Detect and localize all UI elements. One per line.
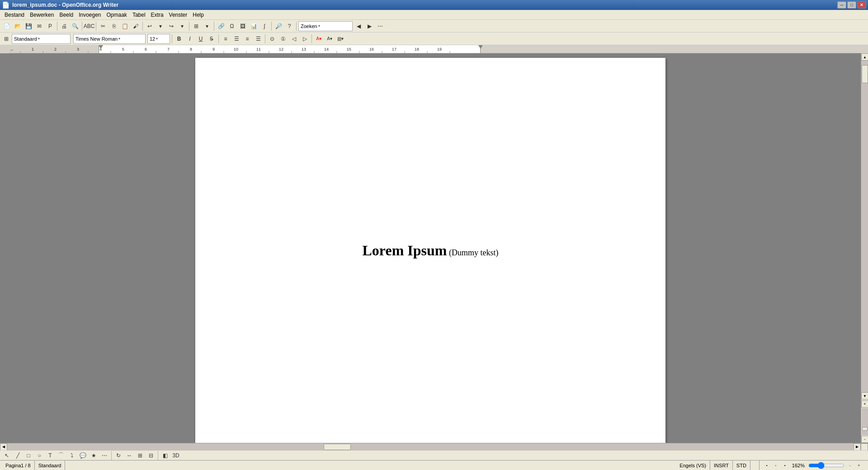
table-button[interactable]: ⊞ — [191, 21, 201, 31]
zoom-increase-button[interactable]: + — [855, 462, 863, 469]
menu-beeld[interactable]: Beeld — [57, 11, 76, 19]
view-mode-1-button[interactable]: ▪ — [763, 462, 770, 469]
insert-mode-section[interactable]: INSRT — [710, 461, 733, 470]
ellipse-tool-button[interactable]: ○ — [34, 451, 44, 461]
hscroll-thumb[interactable] — [324, 444, 351, 450]
align-left-button[interactable]: ≡ — [221, 34, 231, 44]
highlight-color-button[interactable]: A▾ — [314, 34, 324, 44]
email-button[interactable]: ✉ — [34, 21, 44, 31]
menu-invoegen[interactable]: Invoegen — [76, 11, 104, 19]
style-list-button[interactable]: ⊞ — [2, 34, 11, 44]
menu-bestand[interactable]: Bestand — [2, 11, 27, 19]
style-dropdown[interactable]: Standaard ▾ — [12, 34, 71, 44]
scroll-right-button[interactable]: ▶ — [854, 443, 861, 451]
connector-tool-button[interactable]: ⤵ — [67, 451, 77, 461]
insert-formula-button[interactable]: ∫ — [259, 21, 269, 31]
preview-button[interactable]: 🔍 — [70, 21, 80, 31]
text-tool-button[interactable]: T — [45, 451, 55, 461]
search-back-button[interactable]: ◀ — [354, 21, 363, 31]
callout-tool-button[interactable]: 💬 — [78, 451, 88, 461]
cut-button[interactable]: ✂ — [98, 21, 108, 31]
page-area[interactable]: Lorem Ipsum (Dummy tekst) — [0, 53, 861, 443]
zoom-slider[interactable] — [808, 462, 844, 469]
char-bg-button[interactable]: ▧▾ — [335, 34, 345, 44]
italic-button[interactable]: I — [185, 34, 195, 44]
number-list-button[interactable]: ① — [278, 34, 288, 44]
maximize-button[interactable]: □ — [847, 1, 856, 9]
zoom-slider-track[interactable] — [862, 408, 868, 435]
zoom-button[interactable]: 🔎 — [274, 21, 283, 31]
minimize-button[interactable]: ─ — [837, 1, 846, 9]
insert-chart-button[interactable]: 📊 — [249, 21, 259, 31]
menu-venster[interactable]: Venster — [166, 11, 190, 19]
align-right-button[interactable]: ≡ — [242, 34, 252, 44]
selection-mode-section[interactable]: STD — [733, 461, 750, 470]
hscroll-track[interactable] — [7, 443, 854, 451]
menu-opmaak[interactable]: Opmaak — [104, 11, 130, 19]
vscroll-thumb[interactable] — [862, 65, 868, 83]
undo-dropdown[interactable]: ▾ — [156, 21, 165, 31]
svg-marker-42 — [478, 45, 483, 49]
justify-button[interactable]: ☰ — [253, 34, 263, 44]
new-button[interactable]: 📄 — [2, 21, 12, 31]
redo-button[interactable]: ↪ — [166, 21, 176, 31]
indent-less-button[interactable]: ◁ — [289, 34, 299, 44]
menu-tabel[interactable]: Tabel — [130, 11, 148, 19]
bullet-list-button[interactable]: ⊙ — [267, 34, 277, 44]
3d-button[interactable]: 3D — [171, 451, 181, 461]
vscroll-track[interactable] — [861, 61, 868, 392]
menu-extra[interactable]: Extra — [148, 11, 166, 19]
ungroup-button[interactable]: ⊟ — [146, 451, 156, 461]
open-button[interactable]: 📂 — [13, 21, 23, 31]
hyperlink-button[interactable]: 🔗 — [216, 21, 226, 31]
rotate-button[interactable]: ↻ — [113, 451, 123, 461]
copy-button[interactable]: ⎘ — [109, 21, 119, 31]
scroll-up-button[interactable]: ▲ — [861, 53, 868, 61]
paste-button[interactable]: 📋 — [120, 21, 130, 31]
insert-image-button[interactable]: 🖼 — [238, 21, 248, 31]
scroll-down-button[interactable]: ▼ — [861, 392, 868, 400]
font-size-arrow: ▾ — [156, 37, 158, 41]
bold-button[interactable]: B — [174, 34, 184, 44]
help-button[interactable]: ? — [284, 21, 294, 31]
format-paint-button[interactable]: 🖌 — [131, 21, 141, 31]
line-tool-button[interactable]: ╱ — [13, 451, 23, 461]
redo-dropdown[interactable]: ▾ — [177, 21, 187, 31]
close-button[interactable]: ✕ — [857, 1, 866, 9]
curve-tool-button[interactable]: ⌒ — [56, 451, 66, 461]
more-shapes-button[interactable]: ⋯ — [99, 451, 109, 461]
print-button[interactable]: 🖨 — [59, 21, 69, 31]
pdf-button[interactable]: P — [45, 21, 55, 31]
document-page[interactable]: Lorem Ipsum (Dummy tekst) — [195, 58, 665, 443]
star-tool-button[interactable]: ★ — [89, 451, 99, 461]
zoom-decrease-button[interactable]: - — [846, 462, 854, 469]
font-size-dropdown[interactable]: 12 ▾ — [147, 34, 170, 44]
font-color-button[interactable]: A▾ — [325, 34, 335, 44]
spellcheck-button[interactable]: ABC — [84, 21, 94, 31]
flip-button[interactable]: ↔ — [124, 451, 134, 461]
zoom-slider-thumb[interactable] — [862, 427, 868, 431]
select-tool-button[interactable]: ↖ — [2, 451, 12, 461]
zoom-out-button[interactable]: - — [861, 436, 868, 443]
group-button[interactable]: ⊞ — [135, 451, 145, 461]
menu-help[interactable]: Help — [190, 11, 207, 19]
save-button[interactable]: 💾 — [24, 21, 33, 31]
strikethrough-button[interactable]: S̶ — [207, 34, 217, 44]
font-dropdown[interactable]: Times New Roman ▾ — [73, 34, 146, 44]
view-mode-2-button[interactable]: ▫ — [772, 462, 779, 469]
insert-special-button[interactable]: Ω — [227, 21, 237, 31]
table-dropdown[interactable]: ▾ — [202, 21, 212, 31]
menu-bewerken[interactable]: Bewerken — [27, 11, 57, 19]
search-options-button[interactable]: ⋯ — [375, 21, 385, 31]
search-forward-button[interactable]: ▶ — [364, 21, 374, 31]
zoom-in-button[interactable]: + — [861, 400, 868, 408]
undo-button[interactable]: ↩ — [145, 21, 155, 31]
view-mode-3-button[interactable]: ▪ — [781, 462, 788, 469]
underline-button[interactable]: U — [196, 34, 206, 44]
align-center-button[interactable]: ☰ — [231, 34, 241, 44]
rect-tool-button[interactable]: □ — [24, 451, 33, 461]
search-dropdown[interactable]: Zoeken ▾ — [298, 21, 353, 31]
scroll-left-button[interactable]: ◀ — [0, 443, 7, 451]
indent-more-button[interactable]: ▷ — [300, 34, 310, 44]
shadow-button[interactable]: ◧ — [160, 451, 170, 461]
